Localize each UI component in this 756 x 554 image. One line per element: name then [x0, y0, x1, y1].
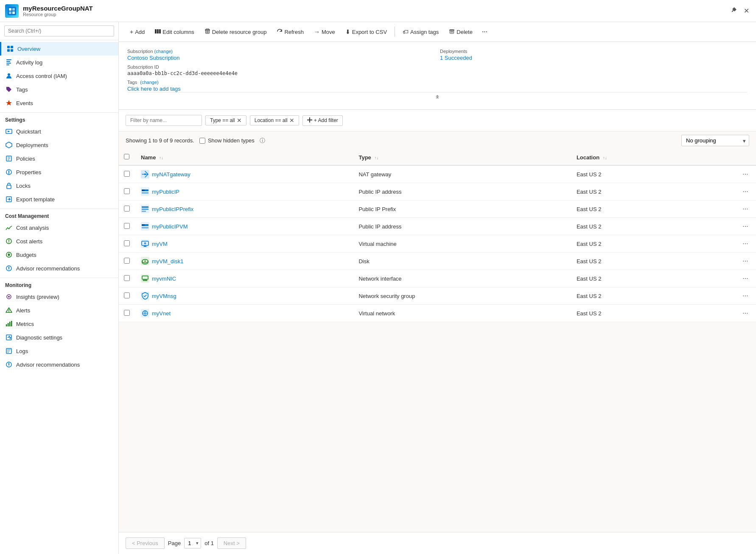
pin-button[interactable]	[728, 5, 739, 17]
resource-location-text: East US 2	[577, 258, 602, 264]
row-more-button-2[interactable]: ···	[740, 204, 750, 214]
tags-add-link[interactable]: Click here to add tags	[127, 86, 181, 92]
page-select-dropdown[interactable]: 1	[184, 538, 201, 548]
refresh-button[interactable]: Refresh	[272, 26, 308, 38]
row-more-button-6[interactable]: ···	[740, 274, 750, 283]
sidebar-item-metrics[interactable]: Metrics	[0, 317, 118, 331]
row-checkbox-3[interactable]	[124, 223, 130, 229]
row-more-button-7[interactable]: ···	[740, 291, 750, 301]
sidebar-item-budgets[interactable]: Budgets	[0, 248, 118, 262]
sidebar-item-logs[interactable]: Logs	[0, 344, 118, 358]
overview-icon	[6, 45, 14, 53]
row-checkbox-5[interactable]	[124, 258, 130, 264]
sidebar-item-advisor-monitoring[interactable]: Advisor recommendations	[0, 358, 118, 371]
resource-name-link-5[interactable]: myVM_disk1	[141, 257, 348, 265]
row-checkbox-8[interactable]	[124, 310, 130, 316]
table-body: myNATgateway NAT gateway East US 2 ··· m…	[119, 165, 756, 322]
resource-name-link-8[interactable]: myVnet	[141, 309, 348, 317]
sidebar-item-alerts[interactable]: Alerts	[0, 303, 118, 317]
row-checkbox-7[interactable]	[124, 292, 130, 298]
add-icon: +	[130, 28, 133, 35]
row-checkbox-2[interactable]	[124, 206, 130, 212]
close-button[interactable]: ✕	[742, 5, 751, 17]
add-filter-button[interactable]: + Add filter	[302, 115, 343, 126]
row-more-button-0[interactable]: ···	[740, 170, 750, 179]
previous-page-button[interactable]: < Previous	[126, 537, 165, 549]
show-hidden-types-checkbox[interactable]	[199, 138, 205, 144]
sidebar-item-diagnostic-settings[interactable]: Diagnostic settings	[0, 331, 118, 344]
row-more-button-8[interactable]: ···	[740, 309, 750, 318]
resource-name-link-6[interactable]: myvmNIC	[141, 274, 348, 283]
sidebar-item-insights[interactable]: Insights (preview)	[0, 290, 118, 303]
tags-change-link[interactable]: (change)	[140, 80, 158, 85]
sidebar-item-overview[interactable]: Overview	[0, 42, 118, 56]
name-sort-icon: ↑↓	[159, 156, 163, 160]
resource-name-link-3[interactable]: myPublicIPVM	[141, 222, 348, 231]
add-button[interactable]: + Add	[126, 26, 149, 38]
row-more-button-1[interactable]: ···	[740, 187, 750, 196]
sidebar-item-export-template[interactable]: Export template	[0, 192, 118, 206]
more-options-button[interactable]: ···	[479, 25, 491, 38]
header-location[interactable]: Location ↑↓	[571, 150, 735, 165]
resource-name-link-1[interactable]: myPublicIP	[141, 187, 348, 196]
sidebar-item-quickstart[interactable]: Quickstart	[0, 125, 118, 138]
grouping-dropdown[interactable]: No grouping	[681, 135, 749, 146]
sidebar-search-container	[0, 22, 118, 40]
row-more-button-4[interactable]: ···	[740, 239, 750, 248]
resource-icon-6	[141, 274, 149, 283]
header-type[interactable]: Type ↑↓	[353, 150, 571, 165]
filter-by-name-input[interactable]	[126, 115, 202, 126]
table-row: myVMnsg Network security group East US 2…	[119, 287, 756, 305]
sidebar-item-tags[interactable]: Tags	[0, 83, 118, 96]
export-csv-button[interactable]: ⬇ Export to CSV	[341, 26, 391, 38]
delete-rg-button[interactable]: Delete resource group	[200, 26, 271, 38]
delete-button[interactable]: Delete	[445, 26, 477, 38]
svg-point-24	[8, 296, 10, 298]
diagnostic-settings-label: Diagnostic settings	[16, 334, 62, 341]
sidebar-item-policies[interactable]: Policies	[0, 152, 118, 165]
resource-name-link-7[interactable]: myVMnsg	[141, 292, 348, 300]
sidebar-item-events[interactable]: Events	[0, 96, 118, 110]
search-input[interactable]	[4, 25, 114, 36]
move-button[interactable]: → Move	[310, 26, 339, 38]
type-filter-remove-btn[interactable]: ✕	[237, 117, 242, 123]
add-label: Add	[135, 29, 145, 35]
resource-location-text: East US 2	[577, 223, 602, 230]
budgets-label: Budgets	[16, 252, 36, 258]
row-more-button-5[interactable]: ···	[740, 256, 750, 266]
resource-name-link-2[interactable]: myPublicIPPrefix	[141, 205, 348, 213]
select-all-checkbox[interactable]	[124, 154, 129, 159]
resources-table: Name ↑↓ Type ↑↓ Location ↑↓	[119, 150, 756, 322]
sidebar-item-properties[interactable]: Properties	[0, 165, 118, 179]
sidebar-item-advisor-recs[interactable]: Advisor recommendations	[0, 262, 118, 275]
svg-rect-49	[142, 211, 146, 212]
assign-tags-button[interactable]: 🏷 Assign tags	[398, 26, 443, 38]
sidebar-item-deployments[interactable]: Deployments	[0, 138, 118, 152]
row-checkbox-1[interactable]	[124, 188, 130, 194]
row-checkbox-6[interactable]	[124, 275, 130, 281]
row-checkbox-4[interactable]	[124, 240, 130, 246]
locks-label: Locks	[16, 183, 31, 189]
activity-icon	[5, 58, 13, 66]
subscription-change-link[interactable]: (change)	[154, 49, 173, 54]
next-page-button[interactable]: Next >	[217, 537, 246, 549]
resource-info-collapse-btn[interactable]	[127, 92, 748, 103]
sidebar-item-locks[interactable]: Locks	[0, 179, 118, 192]
sidebar-item-activity-log[interactable]: Activity log	[0, 56, 118, 69]
edit-columns-button[interactable]: Edit columns	[151, 26, 198, 38]
deployments-success-link[interactable]: 1 Succeeded	[440, 55, 472, 61]
sidebar-item-access-control[interactable]: Access control (IAM)	[0, 69, 118, 83]
records-bar: Showing 1 to 9 of 9 records. Show hidden…	[119, 131, 756, 150]
row-more-button-3[interactable]: ···	[740, 222, 750, 231]
location-filter-remove-btn[interactable]: ✕	[289, 117, 294, 123]
sidebar-item-cost-alerts[interactable]: Cost alerts	[0, 234, 118, 248]
row-checkbox-0[interactable]	[124, 171, 130, 177]
sidebar-item-cost-analysis[interactable]: Cost analysis	[0, 221, 118, 234]
policies-icon	[5, 155, 13, 162]
header-name[interactable]: Name ↑↓	[136, 150, 353, 165]
resource-name-link-0[interactable]: myNATgateway	[141, 170, 348, 178]
resource-name-link-4[interactable]: myVM	[141, 239, 348, 248]
show-hidden-types-label[interactable]: Show hidden types	[199, 137, 255, 144]
svg-point-61	[144, 261, 146, 262]
subscription-name-link[interactable]: Contoso Subscription	[127, 55, 180, 61]
